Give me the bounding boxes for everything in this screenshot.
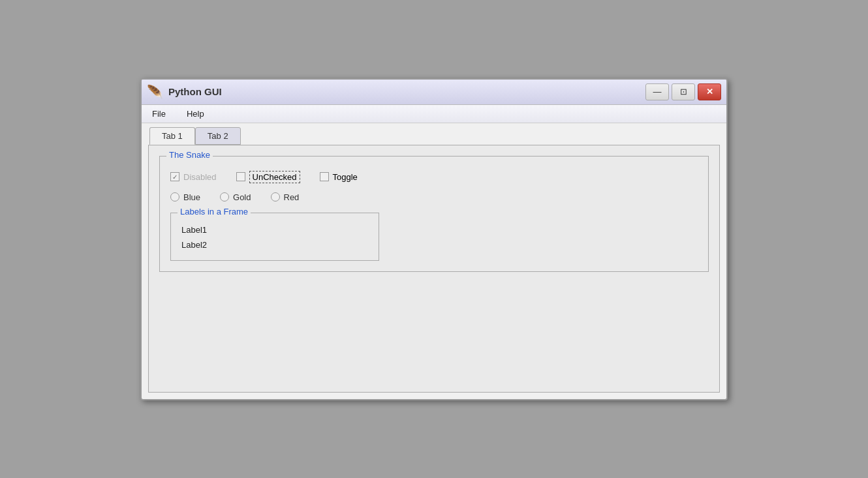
- checkbox-toggle[interactable]: Toggle: [320, 172, 358, 182]
- title-bar-buttons: — ⊡ ✕: [645, 83, 721, 100]
- checkbox-disabled-label: Disabled: [183, 172, 217, 182]
- menu-bar: File Help: [142, 105, 726, 123]
- checkbox-disabled[interactable]: Disabled: [170, 172, 217, 182]
- radio-blue-label: Blue: [183, 192, 200, 202]
- radio-row: Blue Gold Red: [170, 192, 698, 202]
- tab-1[interactable]: Tab 1: [149, 127, 195, 145]
- checkbox-row: Disabled UnChecked Toggle: [170, 171, 698, 183]
- radio-gold-label: Gold: [233, 192, 251, 202]
- tab-2[interactable]: Tab 2: [195, 127, 241, 145]
- checkbox-unchecked-label: UnChecked: [249, 171, 300, 183]
- tab-bar: Tab 1 Tab 2: [142, 123, 726, 145]
- minimize-button[interactable]: —: [645, 83, 669, 100]
- radio-blue-circle[interactable]: [170, 192, 179, 202]
- radio-gold[interactable]: Gold: [220, 192, 251, 202]
- main-window: 🪶 Python GUI — ⊡ ✕ File Help Tab 1 Tab 2…: [140, 78, 728, 400]
- radio-red[interactable]: Red: [271, 192, 300, 202]
- frame-label-2: Label2: [181, 240, 368, 250]
- close-button[interactable]: ✕: [698, 83, 721, 100]
- frame-label-1: Label1: [181, 225, 368, 235]
- checkbox-disabled-box[interactable]: [170, 172, 179, 181]
- radio-red-label: Red: [284, 192, 300, 202]
- title-bar: 🪶 Python GUI — ⊡ ✕: [142, 80, 726, 105]
- radio-red-circle[interactable]: [271, 192, 280, 202]
- checkbox-unchecked[interactable]: UnChecked: [236, 171, 300, 183]
- labels-frame: Labels in a Frame Label1 Label2: [170, 213, 379, 261]
- menu-help[interactable]: Help: [183, 108, 208, 120]
- checkbox-unchecked-box[interactable]: [236, 172, 245, 181]
- labels-frame-title: Labels in a Frame: [178, 207, 251, 217]
- maximize-button[interactable]: ⊡: [672, 83, 695, 100]
- window-title: Python GUI: [168, 86, 222, 97]
- tab-content: The Snake Disabled UnChecked Toggle: [148, 145, 720, 393]
- checkbox-toggle-label: Toggle: [333, 172, 358, 182]
- title-bar-left: 🪶 Python GUI: [147, 84, 222, 100]
- app-icon: 🪶: [147, 84, 163, 100]
- snake-group-title: The Snake: [166, 150, 213, 160]
- checkbox-toggle-box[interactable]: [320, 172, 329, 181]
- menu-file[interactable]: File: [148, 108, 170, 120]
- radio-blue[interactable]: Blue: [170, 192, 200, 202]
- snake-group-box: The Snake Disabled UnChecked Toggle: [159, 156, 709, 272]
- radio-gold-circle[interactable]: [220, 192, 229, 202]
